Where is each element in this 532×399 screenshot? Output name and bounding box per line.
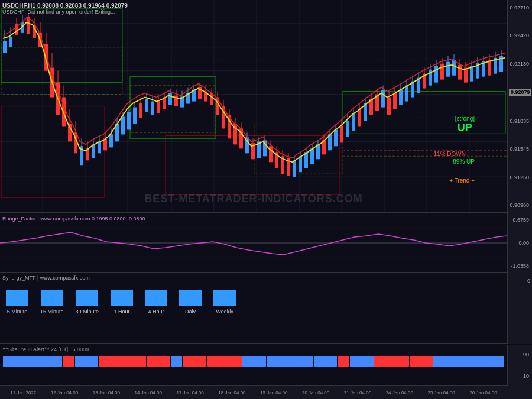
svg-rect-74 xyxy=(139,103,142,118)
svg-rect-128 xyxy=(299,156,302,172)
date-0: 11 Jan 2022 xyxy=(10,390,36,395)
sl-bar-blue-5 xyxy=(242,356,266,367)
price-3: 0.91835 xyxy=(509,118,531,124)
synergy-label-0: 5 Minute xyxy=(7,309,28,314)
synergy-label-1: 15 Minute xyxy=(40,309,64,314)
svg-rect-70 xyxy=(127,112,131,129)
price-chart-svg xyxy=(0,0,507,212)
sitelite-axis: 90 10 xyxy=(507,345,532,386)
sl-bar-red-1 xyxy=(63,356,74,367)
svg-rect-60 xyxy=(98,141,101,153)
chart-subtitle: USDCHF: Did not find any open order! Exi… xyxy=(2,9,128,15)
svg-rect-146 xyxy=(352,113,355,131)
svg-rect-162 xyxy=(399,90,403,105)
synergy-rect-4 xyxy=(145,290,167,306)
date-9: 24 Jan 04:00 xyxy=(386,390,413,395)
svg-rect-126 xyxy=(293,160,296,177)
svg-rect-80 xyxy=(157,100,160,113)
synergy-rect-2 xyxy=(76,290,98,306)
sl-bar-blue-4 xyxy=(171,356,183,367)
svg-rect-76 xyxy=(145,99,148,112)
axis-corner xyxy=(507,386,532,399)
svg-rect-160 xyxy=(393,93,397,109)
date-8: 21 Jan 04:00 xyxy=(344,390,371,395)
price-current: 0.92079 xyxy=(509,89,531,96)
sl-bar-red-7 xyxy=(338,356,349,367)
date-axis: 11 Jan 2022 12 Jan 04:00 13 Jan 04:00 14… xyxy=(0,386,507,399)
synergy-label-3: 1 Hour xyxy=(114,309,130,314)
svg-rect-72 xyxy=(133,107,137,124)
sitelite-axis-bottom: 10 xyxy=(509,373,531,382)
date-7: 20 Jan 04:00 xyxy=(302,390,329,395)
range-mid: 0.00 xyxy=(509,240,531,246)
signal-strong: [strong] UP xyxy=(455,115,475,134)
range-factor-header: Range_Factor | www.compassfx.com 0.1995 … xyxy=(2,216,145,222)
price-1: 0.92420 xyxy=(509,33,531,38)
svg-rect-184 xyxy=(464,68,468,83)
svg-rect-142 xyxy=(340,126,343,142)
svg-rect-68 xyxy=(121,116,125,134)
synergy-rect-5 xyxy=(179,290,202,306)
synergy-header: Synergy_MTF | www.compassfx.com xyxy=(2,275,90,281)
sitelite-bar-container xyxy=(3,356,504,367)
sitelite-header: ::::SiteLite III Alert™ 24 [H1] 35.0000 xyxy=(2,346,89,352)
date-1: 12 Jan 04:00 xyxy=(51,390,78,395)
svg-rect-28 xyxy=(3,41,7,53)
synergy-rect-0 xyxy=(6,290,28,306)
main-chart: USDCHF,H1 0.92008 0.92083 0.91964 0.9207… xyxy=(0,0,507,213)
svg-rect-64 xyxy=(109,134,113,147)
synergy-rect-1 xyxy=(41,290,63,306)
sl-bar-red-3 xyxy=(111,356,146,367)
synergy-block-6: Weekly xyxy=(213,290,236,314)
sl-bar-blue-1 xyxy=(3,356,38,367)
chart-container: USDCHF,H1 0.92008 0.92083 0.91964 0.9207… xyxy=(0,0,532,399)
price-top: 0.92710 xyxy=(509,5,531,11)
synergy-label-4: 4 Hour xyxy=(148,309,164,314)
synergy-rect-6 xyxy=(213,290,236,306)
svg-rect-140 xyxy=(334,129,338,146)
sl-bar-red-5 xyxy=(183,356,206,367)
sl-bar-blue-8 xyxy=(350,356,374,367)
range-factor-svg xyxy=(0,213,507,273)
svg-rect-78 xyxy=(151,102,154,115)
sl-bar-red-4 xyxy=(147,356,170,367)
sl-bar-blue-3 xyxy=(75,356,99,367)
sl-bar-blue-2 xyxy=(38,356,62,367)
svg-rect-132 xyxy=(310,148,314,164)
synergy-label-6: Weekly xyxy=(216,309,233,314)
sl-bar-blue-10 xyxy=(481,356,505,367)
price-6: 0.90960 xyxy=(509,202,531,208)
price-axis: 0.92710 0.92420 0.92130 0.92079 0.91835 … xyxy=(507,0,532,213)
trend-label: + Trend + xyxy=(449,177,475,184)
watermark: BEST-METATRADER-INDICATORS.COM xyxy=(144,193,363,205)
svg-rect-186 xyxy=(470,66,473,82)
synergy-block-0: 5 Minute xyxy=(6,290,28,314)
sl-bar-blue-9 xyxy=(433,356,480,367)
svg-rect-30 xyxy=(9,37,12,47)
svg-rect-192 xyxy=(488,60,491,76)
chart-title: USDCHF,H1 0.92008 0.92083 0.91964 0.9207… xyxy=(2,2,128,9)
synergy-axis: 0 xyxy=(507,273,532,344)
date-6: 19 Jan 04:00 xyxy=(260,390,287,395)
chart-header: USDCHF,H1 0.92008 0.92083 0.91964 0.9207… xyxy=(2,2,128,15)
synergy-blocks: 5 Minute 15 Minute 30 Minute 1 Hour 4 Ho… xyxy=(6,290,236,314)
svg-rect-182 xyxy=(458,65,462,80)
range-factor-panel xyxy=(0,213,507,273)
range-bottom: -1.0358 xyxy=(509,263,531,269)
range-top: 0.6759 xyxy=(509,217,531,223)
synergy-rect-3 xyxy=(111,290,133,306)
synergy-block-3: 1 Hour xyxy=(111,290,133,314)
sl-bar-red-2 xyxy=(99,356,111,367)
svg-rect-174 xyxy=(434,66,438,83)
date-3: 14 Jan 04:00 xyxy=(135,390,162,395)
signal-up: UP xyxy=(455,122,475,134)
synergy-label-5: Daly xyxy=(185,309,196,314)
synergy-axis-label: 0 xyxy=(508,273,532,284)
sl-bar-red-9 xyxy=(410,356,433,367)
svg-rect-164 xyxy=(405,86,408,102)
svg-rect-156 xyxy=(381,90,385,108)
price-5: 0.91250 xyxy=(509,174,531,180)
sl-bar-blue-6 xyxy=(267,356,313,367)
sl-bar-red-6 xyxy=(207,356,242,367)
date-5: 18 Jan 04:00 xyxy=(218,390,245,395)
